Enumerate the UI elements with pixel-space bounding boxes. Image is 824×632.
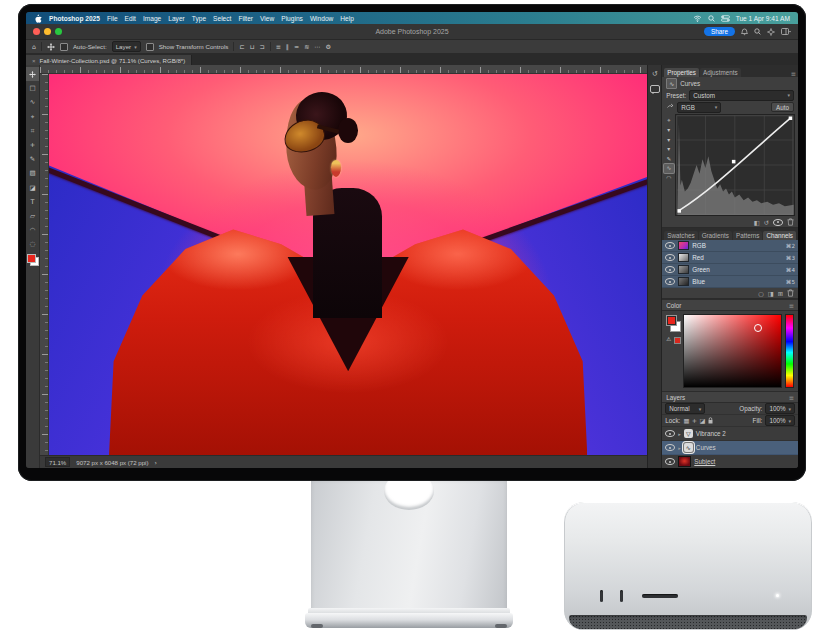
lasso-tool-icon[interactable]: ∿ — [26, 95, 39, 109]
channel-row-rgb[interactable]: RGB ⌘2 — [662, 240, 798, 252]
move-tool-icon[interactable] — [47, 43, 55, 51]
delete-adjustment-icon[interactable] — [787, 218, 794, 226]
panel-menu-icon[interactable]: ≡ — [789, 394, 794, 401]
expand-caret-icon[interactable]: ▸ — [678, 431, 681, 437]
menu-item-layer[interactable]: Layer — [168, 15, 185, 22]
eye-icon[interactable] — [665, 266, 675, 273]
panel-menu-icon[interactable]: ≡ — [789, 302, 794, 309]
opacity-dropdown[interactable]: 100% — [765, 403, 795, 414]
clip-to-layer-icon[interactable]: ◧ — [754, 219, 760, 226]
lock-all-icon[interactable] — [708, 417, 713, 424]
tab-properties[interactable]: Properties — [664, 68, 699, 77]
lock-transparency-icon[interactable]: ▦ — [683, 417, 689, 424]
eye-icon[interactable] — [665, 242, 675, 249]
menu-app-name[interactable]: Photoshop 2025 — [49, 15, 100, 22]
workspace-gear-icon[interactable]: ⚙ — [326, 43, 332, 50]
auto-select-checkbox[interactable] — [60, 43, 68, 51]
menu-item-plugins[interactable]: Plugins — [281, 15, 303, 22]
align-left-icon[interactable]: ⊏ — [239, 43, 244, 50]
menu-clock[interactable]: Tue 1 Apr 9:41 AM — [736, 15, 790, 22]
show-transform-checkbox[interactable] — [146, 43, 154, 51]
close-button[interactable] — [33, 28, 40, 35]
menu-item-window[interactable]: Window — [310, 15, 333, 22]
tab-gradients[interactable]: Gradients — [699, 231, 732, 240]
distribute-top-icon[interactable]: ≡ — [276, 43, 281, 50]
menu-item-view[interactable]: View — [260, 15, 274, 22]
object-selection-tool-icon[interactable]: ⌖ — [26, 110, 39, 124]
menu-item-file[interactable]: File — [107, 15, 118, 22]
fill-dropdown[interactable]: 100% — [765, 415, 795, 426]
discover-sparkle-icon[interactable] — [767, 28, 775, 36]
channel-row-red[interactable]: Red ⌘3 — [662, 252, 798, 264]
menu-item-edit[interactable]: Edit — [125, 15, 136, 22]
eye-icon[interactable] — [665, 430, 675, 437]
gradient-tool-icon[interactable]: ◪ — [26, 181, 39, 195]
lock-pixels-icon[interactable]: ◪ — [700, 417, 706, 424]
color-picker-ring[interactable] — [754, 324, 762, 332]
menu-item-image[interactable]: Image — [143, 15, 161, 22]
workspace-switcher-icon[interactable] — [781, 28, 791, 36]
shape-tool-icon[interactable]: ▱ — [26, 209, 39, 223]
move-tool[interactable] — [26, 67, 39, 81]
document-canvas[interactable] — [49, 74, 647, 455]
smooth-curve-icon[interactable]: ◠ — [664, 173, 674, 182]
reset-adjustment-icon[interactable]: ↺ — [764, 219, 769, 226]
spotlight-search-icon[interactable] — [708, 15, 715, 22]
eye-icon[interactable] — [665, 458, 675, 465]
home-icon[interactable]: ⌂ — [32, 43, 36, 50]
minimize-button[interactable] — [44, 28, 51, 35]
hand-tool-icon[interactable]: ◠ — [26, 223, 39, 237]
foreground-color-swatch[interactable] — [27, 254, 36, 263]
tab-close-icon[interactable]: × — [32, 57, 36, 64]
save-selection-icon[interactable]: ◨ — [768, 290, 774, 297]
auto-button[interactable]: Auto — [771, 102, 794, 112]
distribute-middle-icon[interactable]: ∥ — [286, 43, 289, 50]
healing-tool-icon[interactable]: + — [26, 138, 39, 152]
channel-row-blue[interactable]: Blue ⌘5 — [662, 276, 798, 288]
white-point-eyedropper-icon[interactable]: ▾ — [664, 145, 674, 154]
align-center-icon[interactable]: ⊔ — [250, 43, 255, 50]
blend-mode-dropdown[interactable]: Normal — [665, 403, 705, 414]
tab-adjustments[interactable]: Adjustments — [700, 68, 741, 77]
delete-channel-icon[interactable] — [787, 289, 794, 297]
black-point-eyedropper-icon[interactable]: ▾ — [664, 126, 674, 135]
share-button[interactable]: Share — [704, 27, 735, 36]
menu-item-filter[interactable]: Filter — [238, 15, 253, 22]
auto-select-mode-dropdown[interactable]: Layer — [112, 41, 141, 52]
notifications-bell-icon[interactable] — [741, 28, 748, 36]
expand-caret-icon[interactable]: ▸ — [678, 445, 681, 451]
lock-position-icon[interactable]: + — [692, 417, 697, 424]
curves-histogram[interactable] — [675, 114, 795, 216]
layer-row-vibrance2[interactable]: ▸ ▽ Vibrance 2 — [662, 427, 798, 441]
history-icon[interactable]: ↺ — [652, 70, 658, 78]
hue-slider[interactable] — [785, 314, 794, 388]
apple-logo-icon[interactable] — [34, 14, 42, 23]
edit-points-icon[interactable]: ∿ — [664, 164, 674, 173]
channel-row-green[interactable]: Green ⌘4 — [662, 264, 798, 276]
brush-tool-icon[interactable]: ✎ — [26, 152, 39, 166]
preset-dropdown[interactable]: Custom — [689, 90, 794, 101]
comments-icon[interactable] — [650, 85, 660, 93]
marquee-tool-icon[interactable]: □ — [26, 81, 39, 95]
tab-channels[interactable]: Channels — [763, 231, 796, 240]
type-tool-icon[interactable]: T — [26, 195, 39, 209]
search-icon[interactable] — [754, 28, 761, 35]
new-channel-icon[interactable]: ⊞ — [778, 290, 783, 297]
distribute-spacing-icon[interactable]: ≋ — [304, 43, 309, 50]
zoom-tool-icon[interactable]: ◌ — [26, 237, 39, 251]
menu-item-select[interactable]: Select — [213, 15, 231, 22]
eye-icon[interactable] — [665, 254, 675, 261]
saturation-brightness-field[interactable] — [683, 314, 782, 388]
layer-row-subject[interactable]: Subject — [662, 455, 798, 468]
panel-menu-icon[interactable]: ≡ — [791, 70, 796, 77]
pencil-curve-icon[interactable]: ✎ — [664, 154, 674, 163]
visibility-eye-icon[interactable] — [773, 219, 783, 226]
layer-row-curves[interactable]: ▸ ∿ Curves — [662, 441, 798, 455]
foreground-color-swatch[interactable] — [666, 315, 677, 326]
eye-icon[interactable] — [665, 278, 675, 285]
align-options-icon[interactable]: ⋯ — [314, 43, 320, 50]
zoom-button[interactable] — [55, 28, 62, 35]
channel-dropdown[interactable]: RGB — [677, 102, 721, 113]
stamp-tool-icon[interactable]: ▨ — [26, 166, 39, 180]
menu-item-help[interactable]: Help — [340, 15, 354, 22]
